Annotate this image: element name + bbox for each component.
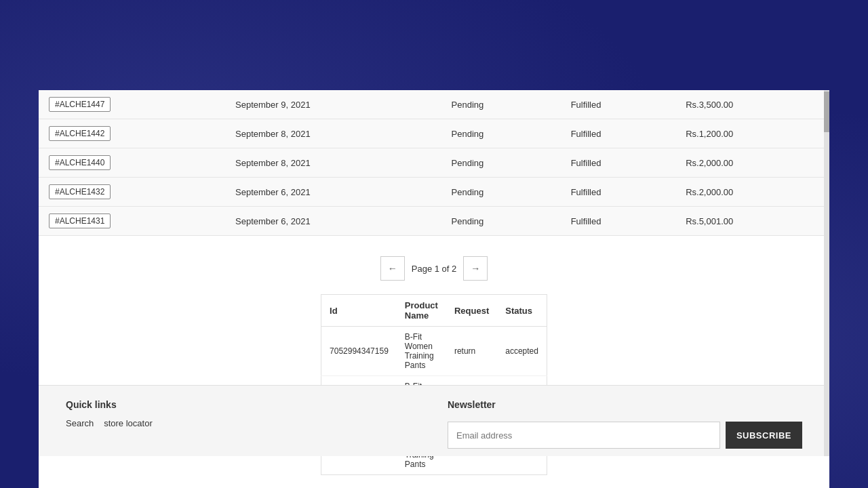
order-id-badge: #ALCHE1447 [49, 97, 111, 112]
returns-header-cell: Id [321, 295, 397, 327]
footer-links: Search store locator [66, 418, 420, 428]
order-id-badge: #ALCHE1432 [49, 184, 111, 199]
order-id-cell: #ALCHE1440 [39, 148, 225, 178]
order-id-badge: #ALCHE1440 [49, 155, 111, 170]
prev-page-button[interactable]: ← [380, 256, 405, 281]
order-row[interactable]: #ALCHE1440 September 8, 2021 Pending Ful… [39, 148, 829, 178]
order-payment-cell: Pending [441, 207, 561, 236]
email-input[interactable] [448, 422, 720, 449]
order-total-cell: Rs.2,000.00 [675, 178, 829, 207]
newsletter-heading: Newsletter [448, 399, 802, 410]
return-row[interactable]: 7052994347159 B-Fit Women Training Pants… [321, 327, 547, 376]
next-page-button[interactable]: → [463, 256, 488, 281]
order-date-cell: September 6, 2021 [225, 178, 441, 207]
order-row[interactable]: #ALCHE1447 September 9, 2021 Pending Ful… [39, 90, 829, 119]
newsletter-form: SUBSCRIBE [448, 422, 802, 449]
returns-header-cell: Product Name [397, 295, 446, 327]
order-id-badge: #ALCHE1431 [49, 214, 111, 228]
order-id-badge: #ALCHE1442 [49, 126, 111, 141]
order-row[interactable]: #ALCHE1432 September 6, 2021 Pending Ful… [39, 178, 829, 207]
page-indicator: Page 1 of 2 [412, 264, 457, 274]
footer: Quick links Search store locator Newslet… [39, 385, 829, 456]
order-total-cell: Rs.3,500.00 [675, 90, 829, 119]
order-fulfillment-cell: Fulfilled [561, 90, 675, 119]
newsletter-section: Newsletter SUBSCRIBE [434, 386, 816, 456]
order-row[interactable]: #ALCHE1442 September 8, 2021 Pending Ful… [39, 119, 829, 148]
order-date-cell: September 8, 2021 [225, 148, 441, 178]
subscribe-button[interactable]: SUBSCRIBE [726, 422, 802, 449]
scrollbar-thumb [824, 92, 829, 132]
quick-links-heading: Quick links [66, 399, 420, 410]
return-id-cell: 7052994347159 [321, 327, 397, 376]
return-product-cell: B-Fit Women Training Pants [397, 327, 446, 376]
order-fulfillment-cell: Fulfilled [561, 148, 675, 178]
search-link[interactable]: Search [66, 418, 94, 428]
main-panel: #ALCHE1447 September 9, 2021 Pending Ful… [39, 90, 829, 456]
order-row[interactable]: #ALCHE1431 September 6, 2021 Pending Ful… [39, 207, 829, 236]
order-id-cell: #ALCHE1442 [39, 119, 225, 148]
order-total-cell: Rs.2,000.00 [675, 148, 829, 178]
order-id-cell: #ALCHE1432 [39, 178, 225, 207]
order-fulfillment-cell: Fulfilled [561, 178, 675, 207]
order-payment-cell: Pending [441, 148, 561, 178]
order-fulfillment-cell: Fulfilled [561, 119, 675, 148]
order-total-cell: Rs.1,200.00 [675, 119, 829, 148]
orders-section: #ALCHE1447 September 9, 2021 Pending Ful… [39, 90, 829, 243]
order-payment-cell: Pending [441, 178, 561, 207]
returns-header-cell: Status [497, 295, 547, 327]
order-payment-cell: Pending [441, 90, 561, 119]
return-request-cell: return [446, 327, 497, 376]
order-date-cell: September 6, 2021 [225, 207, 441, 236]
returns-header-row: IdProduct NameRequestStatus [321, 295, 547, 327]
order-id-cell: #ALCHE1447 [39, 90, 225, 119]
order-date-cell: September 8, 2021 [225, 119, 441, 148]
return-status-cell: accepted [497, 327, 547, 376]
orders-table: #ALCHE1447 September 9, 2021 Pending Ful… [39, 90, 829, 236]
order-date-cell: September 9, 2021 [225, 90, 441, 119]
order-fulfillment-cell: Fulfilled [561, 207, 675, 236]
returns-header-cell: Request [446, 295, 497, 327]
quick-links-section: Quick links Search store locator [52, 386, 434, 456]
order-payment-cell: Pending [441, 119, 561, 148]
scrollbar[interactable] [824, 90, 829, 456]
order-total-cell: Rs.5,001.00 [675, 207, 829, 236]
order-id-cell: #ALCHE1431 [39, 207, 225, 236]
store-locator-link[interactable]: store locator [104, 418, 153, 428]
pagination: ← Page 1 of 2 → [39, 243, 829, 294]
